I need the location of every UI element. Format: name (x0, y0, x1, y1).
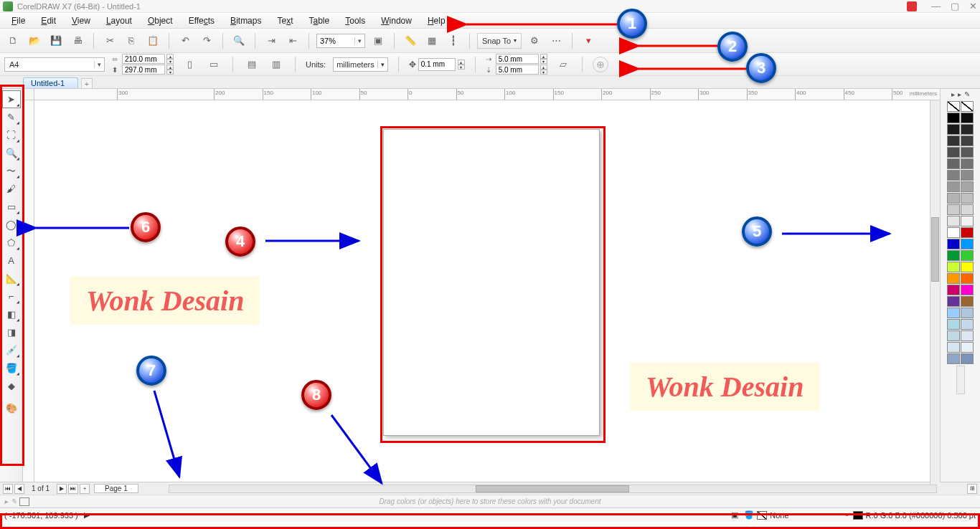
freehand-tool[interactable]: 〜◢ (2, 162, 21, 180)
color-swatch[interactable] (961, 250, 974, 261)
color-swatch[interactable] (961, 124, 974, 135)
height-spinner[interactable]: ▴▾ (166, 65, 174, 75)
ellipse-tool[interactable]: ◯◢ (2, 216, 21, 234)
color-swatch[interactable] (947, 273, 960, 284)
page-tab[interactable]: Page 1 (94, 484, 138, 493)
color-swatch[interactable] (947, 158, 960, 169)
last-page-button[interactable]: ⏭ (68, 484, 78, 494)
search-content-button[interactable]: 🔍 (230, 32, 248, 49)
color-eyedropper-tool[interactable]: 💉◢ (2, 341, 21, 359)
drop-shadow-tool[interactable]: ◧◢ (2, 305, 21, 323)
color-swatch[interactable] (947, 330, 960, 341)
pick-tool[interactable]: ➤◢ (2, 90, 21, 108)
palette-eyedropper-icon[interactable]: ✎ (964, 90, 970, 98)
page-width-input[interactable] (122, 54, 165, 64)
color-swatch[interactable] (947, 147, 960, 158)
artistic-media-tool[interactable]: 🖌 (2, 180, 21, 198)
fill-indicator[interactable]: 🪣 None (744, 510, 788, 520)
options-button[interactable]: ⚙ (526, 32, 543, 49)
smart-fill-tool[interactable]: ◆ (2, 377, 21, 395)
color-swatch[interactable] (947, 239, 960, 249)
color-swatch[interactable] (947, 113, 960, 123)
save-button[interactable]: 💾 (47, 32, 65, 49)
color-swatch[interactable] (961, 319, 974, 330)
dup-h-spinner[interactable]: ▴▾ (540, 54, 547, 64)
new-button[interactable]: 🗋 (4, 32, 22, 49)
chevron-down-icon[interactable]: ▾ (94, 61, 104, 68)
palette-flyout-icon[interactable]: ▸ (4, 497, 8, 505)
color-swatch[interactable] (947, 285, 960, 295)
color-swatch[interactable] (961, 158, 974, 169)
connector-tool[interactable]: ⌐◢ (2, 287, 21, 305)
color-swatch[interactable] (961, 101, 974, 112)
units-combo[interactable]: millimeters ▾ (333, 57, 388, 72)
color-swatch[interactable] (947, 181, 960, 192)
print-button[interactable]: 🖶 (69, 32, 86, 49)
cut-button[interactable]: ✂ (101, 32, 118, 49)
next-page-button[interactable]: ▶ (57, 484, 67, 494)
color-swatch[interactable] (961, 170, 974, 181)
color-swatch[interactable] (947, 227, 960, 238)
parallel-dimension-tool[interactable]: 📐◢ (2, 270, 21, 287)
color-swatch[interactable] (961, 216, 974, 227)
scrollbar-thumb[interactable] (931, 217, 939, 282)
page-size-combo[interactable]: A4 ▾ (4, 57, 105, 72)
user-account-icon[interactable] (907, 1, 917, 11)
current-page-button[interactable]: ▥ (268, 56, 285, 73)
chevron-down-icon[interactable]: ▾ (377, 61, 387, 68)
menu-tools[interactable]: Tools (338, 14, 372, 27)
color-swatch[interactable] (947, 296, 960, 307)
vertical-scrollbar[interactable] (930, 100, 940, 489)
copy-button[interactable]: ⎘ (123, 32, 140, 49)
dup-h-input[interactable] (496, 54, 539, 64)
color-swatch[interactable] (947, 204, 960, 215)
undo-button[interactable]: ↶ (176, 32, 194, 49)
menu-view[interactable]: View (65, 14, 98, 27)
menu-edit[interactable]: Edit (34, 14, 63, 27)
drawing-window[interactable]: millimeters 3002001501005005010015020025… (23, 89, 940, 482)
menu-file[interactable]: File (4, 14, 32, 27)
first-page-button[interactable]: ⏮ (3, 484, 13, 494)
shape-tool[interactable]: ✎◢ (2, 108, 21, 126)
palette-eyedropper-icon[interactable]: ✎ (11, 497, 17, 505)
outline-indicator[interactable]: ✒ R:0 G:0 B:0 (#000000) 0.500 pt (844, 510, 976, 520)
ruler-origin[interactable] (23, 89, 34, 100)
export-button[interactable]: ⇤ (284, 32, 301, 49)
color-swatch[interactable] (961, 342, 974, 353)
app-launcher-button[interactable]: ⋯ (547, 32, 565, 49)
drawing-surface[interactable]: Wonk Desain Wonk Desain (34, 100, 940, 482)
color-palette[interactable] (947, 101, 974, 364)
nudge-spinner[interactable]: ▴▾ (458, 59, 465, 70)
color-swatch[interactable] (961, 113, 974, 123)
color-swatch[interactable] (961, 285, 974, 295)
snap-to-dropdown[interactable]: Snap To ▾ (477, 33, 522, 49)
color-swatch[interactable] (961, 135, 974, 146)
crop-tool[interactable]: ⛶◢ (2, 126, 21, 144)
color-swatch[interactable] (947, 262, 960, 272)
add-page-button[interactable]: + (80, 484, 90, 494)
prev-page-button[interactable]: ◀ (14, 484, 24, 494)
menu-bitmaps[interactable]: Bitmaps (223, 14, 268, 27)
color-swatch[interactable] (947, 101, 960, 112)
quick-customize-toolbox[interactable]: 🎨 (2, 399, 21, 417)
color-swatch[interactable] (947, 250, 960, 261)
color-swatch[interactable] (947, 353, 960, 364)
color-swatch[interactable] (961, 204, 974, 215)
scrollbar-thumb[interactable] (476, 485, 629, 492)
color-swatch[interactable] (947, 319, 960, 330)
zoom-dropdown-icon[interactable]: ▾ (354, 37, 364, 44)
treat-as-filled-button[interactable]: ▱ (555, 56, 572, 73)
import-button[interactable]: ⇥ (263, 32, 280, 49)
color-swatch[interactable] (961, 181, 974, 192)
color-swatch[interactable] (947, 170, 960, 181)
color-swatch[interactable] (947, 193, 960, 204)
transparency-tool[interactable]: ◨ (2, 323, 21, 341)
maximize-button[interactable]: ▢ (951, 1, 959, 11)
color-swatch[interactable] (947, 342, 960, 353)
horizontal-ruler[interactable]: millimeters 3002001501005005010015020025… (34, 89, 940, 100)
menu-layout[interactable]: Layout (99, 14, 139, 27)
palette-flyout-icon[interactable]: ▸ (951, 90, 955, 98)
show-grid-button[interactable]: ▦ (423, 32, 440, 49)
color-swatch[interactable] (961, 353, 974, 364)
color-swatch[interactable] (961, 308, 974, 318)
